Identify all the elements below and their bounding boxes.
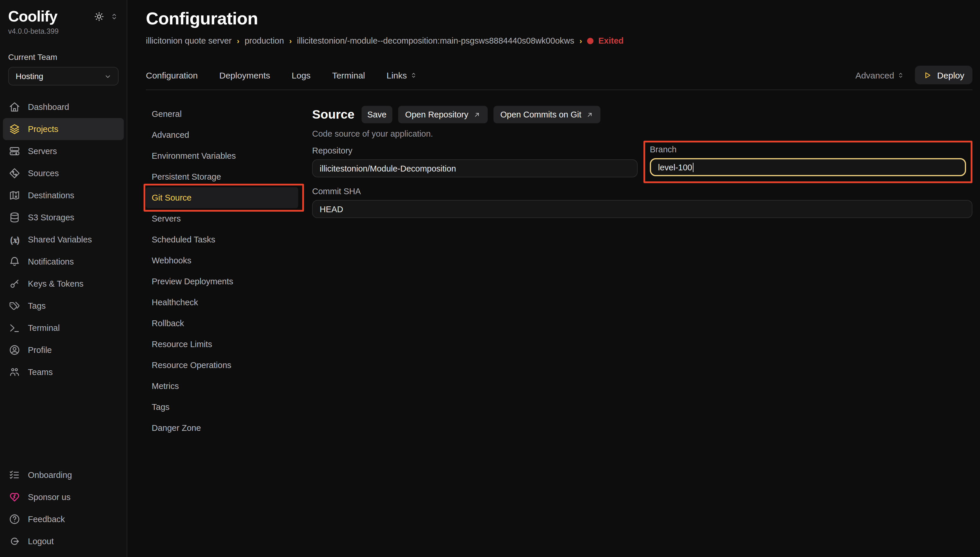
branch-label: Branch xyxy=(650,145,966,154)
sidebar-item-label: Tags xyxy=(28,301,46,311)
sidebar-item-label: Teams xyxy=(28,368,53,377)
bell-icon xyxy=(9,256,20,267)
subnav-resource-operations[interactable]: Resource Operations xyxy=(146,355,298,376)
sun-icon[interactable] xyxy=(94,11,105,22)
settings-subnav: General Advanced Environment Variables P… xyxy=(146,104,298,557)
chevron-right-icon: › xyxy=(580,37,582,46)
sidebar-item-label: Feedback xyxy=(28,515,65,524)
git-source-panel: Source Save Open Repository Open Commits… xyxy=(312,104,972,557)
chevrons-up-down-icon xyxy=(410,71,417,79)
branch-input[interactable]: level-100 xyxy=(650,158,966,176)
sidebar-item-onboarding[interactable]: Onboarding xyxy=(3,464,124,486)
database-icon xyxy=(9,212,20,223)
play-icon xyxy=(923,71,932,79)
map-icon xyxy=(9,189,20,201)
page-title: Configuration xyxy=(146,9,972,28)
sidebar-item-label: Keys & Tokens xyxy=(28,279,83,288)
tags-icon xyxy=(9,300,20,312)
users-icon xyxy=(9,366,20,378)
current-team-label: Current Team xyxy=(8,52,119,62)
deploy-button[interactable]: Deploy xyxy=(915,66,972,84)
sidebar-item-label: Onboarding xyxy=(28,471,72,480)
checklist-icon xyxy=(9,469,20,481)
sidebar-item-notifications[interactable]: Notifications xyxy=(3,251,124,273)
sidebar-item-label: Logout xyxy=(28,537,54,546)
logout-icon xyxy=(9,536,20,547)
variable-icon: (x) xyxy=(9,235,20,244)
sidebar-item-teams[interactable]: Teams xyxy=(3,361,124,383)
breadcrumb-application[interactable]: illicitestonion/-module--decomposition:m… xyxy=(297,36,574,46)
sidebar-item-label: Notifications xyxy=(28,257,74,266)
section-title: Source xyxy=(312,107,354,122)
subnav-advanced[interactable]: Advanced xyxy=(146,124,298,145)
sidebar-item-logout[interactable]: Logout xyxy=(3,530,124,552)
subnav-general[interactable]: General xyxy=(146,104,298,124)
subnav-scheduled-tasks[interactable]: Scheduled Tasks xyxy=(146,229,298,250)
subnav-healthcheck[interactable]: Healthcheck xyxy=(146,292,298,313)
breadcrumb: illicitonion quote server › production ›… xyxy=(146,36,972,46)
sidebar-item-dashboard[interactable]: Dashboard xyxy=(3,96,124,118)
section-description: Code source of your application. xyxy=(312,129,972,138)
sidebar-item-label: Shared Variables xyxy=(28,235,92,244)
subnav-metrics[interactable]: Metrics xyxy=(146,376,298,397)
arrow-up-right-icon xyxy=(586,111,593,118)
chevron-down-icon xyxy=(104,72,112,80)
subnav-tags[interactable]: Tags xyxy=(146,397,298,417)
server-icon xyxy=(9,145,20,157)
repository-input[interactable]: illicitestonion/Module-Decomposition xyxy=(312,159,638,178)
sidebar-item-shared-variables[interactable]: (x) Shared Variables xyxy=(3,228,124,251)
sidebar-item-label: Projects xyxy=(28,124,59,134)
sidebar-item-projects[interactable]: Projects xyxy=(3,118,124,140)
sidebar-item-terminal[interactable]: Terminal xyxy=(3,317,124,339)
sidebar-item-profile[interactable]: Profile xyxy=(3,339,124,361)
sidebar-item-tags[interactable]: Tags xyxy=(3,295,124,317)
subnav-preview-deployments[interactable]: Preview Deployments xyxy=(146,271,298,292)
sidebar-item-servers[interactable]: Servers xyxy=(3,140,124,162)
tab-configuration[interactable]: Configuration xyxy=(146,70,198,80)
subnav-persistent-storage[interactable]: Persistent Storage xyxy=(146,166,298,187)
tab-links[interactable]: Links xyxy=(387,70,417,80)
sidebar-item-s3-storages[interactable]: S3 Storages xyxy=(3,207,124,228)
main-content: Configuration illicitonion quote server … xyxy=(127,0,980,557)
subnav-danger-zone[interactable]: Danger Zone xyxy=(146,417,298,438)
tabs-row: Configuration Deployments Logs Terminal … xyxy=(146,65,972,85)
status-dot-icon xyxy=(587,37,594,44)
sidebar-item-label: Destinations xyxy=(28,191,75,200)
repository-label: Repository xyxy=(312,146,638,155)
subnav-git-source[interactable]: Git Source xyxy=(146,187,298,208)
sidebar-nav: Dashboard Projects Servers Sources Desti… xyxy=(0,96,127,383)
open-repository-button[interactable]: Open Repository xyxy=(398,106,488,123)
git-source-icon xyxy=(9,168,20,179)
tab-logs[interactable]: Logs xyxy=(292,70,311,80)
tab-deployments[interactable]: Deployments xyxy=(219,70,270,80)
chevron-right-icon: › xyxy=(289,37,292,46)
terminal-icon xyxy=(9,322,20,334)
subnav-servers[interactable]: Servers xyxy=(146,208,298,229)
team-select[interactable]: Hosting xyxy=(8,67,119,85)
sidebar-item-keys-tokens[interactable]: Keys & Tokens xyxy=(3,273,124,295)
subnav-environment-variables[interactable]: Environment Variables xyxy=(146,145,298,166)
chevrons-up-down-icon[interactable] xyxy=(110,12,119,21)
layers-icon xyxy=(9,123,20,135)
chevrons-up-down-icon xyxy=(897,71,905,79)
subnav-rollback[interactable]: Rollback xyxy=(146,313,298,334)
sidebar-item-label: Terminal xyxy=(28,323,60,332)
sidebar-item-sources[interactable]: Sources xyxy=(3,162,124,184)
advanced-dropdown[interactable]: Advanced xyxy=(855,70,904,80)
sidebar-item-destinations[interactable]: Destinations xyxy=(3,184,124,207)
commit-sha-input[interactable]: HEAD xyxy=(312,200,972,218)
save-button[interactable]: Save xyxy=(362,106,392,123)
chevron-right-icon: › xyxy=(237,37,239,46)
sidebar-item-feedback[interactable]: Feedback xyxy=(3,508,124,530)
breadcrumb-project[interactable]: illicitonion quote server xyxy=(146,36,232,46)
subnav-resource-limits[interactable]: Resource Limits xyxy=(146,334,298,355)
heart-icon xyxy=(9,491,20,503)
open-commits-button[interactable]: Open Commits on Git xyxy=(494,106,601,123)
breadcrumb-environment[interactable]: production xyxy=(245,36,284,46)
sidebar-item-sponsor-us[interactable]: Sponsor us xyxy=(3,486,124,508)
app-window: Coolify v4.0.0-beta.399 Current Team Hos… xyxy=(0,0,980,557)
tab-terminal[interactable]: Terminal xyxy=(332,70,365,80)
sidebar-item-label: Servers xyxy=(28,147,57,156)
subnav-webhooks[interactable]: Webhooks xyxy=(146,250,298,271)
team-select-value: Hosting xyxy=(16,72,43,81)
